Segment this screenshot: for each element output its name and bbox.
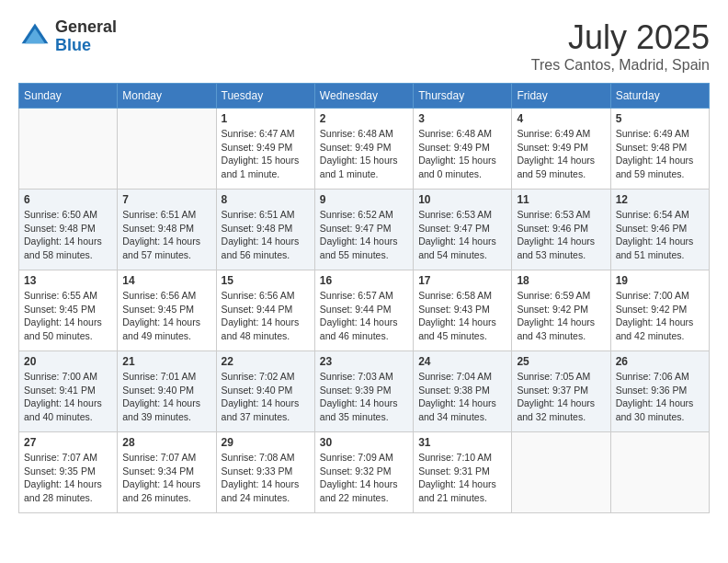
day-number: 5 (616, 112, 704, 125)
day-number: 10 (418, 193, 506, 206)
day-number: 20 (24, 355, 112, 368)
day-info: Sunrise: 7:09 AMSunset: 9:32 PMDaylight:… (320, 451, 408, 505)
calendar-cell (118, 109, 216, 190)
calendar-cell: 25Sunrise: 7:05 AMSunset: 9:37 PMDayligh… (512, 351, 610, 432)
weekday-header-row: SundayMondayTuesdayWednesdayThursdayFrid… (19, 84, 710, 109)
weekday-header: Thursday (414, 84, 512, 109)
calendar-cell: 17Sunrise: 6:58 AMSunset: 9:43 PMDayligh… (414, 270, 512, 351)
calendar-cell: 15Sunrise: 6:56 AMSunset: 9:44 PMDayligh… (216, 270, 314, 351)
title-block: July 2025 Tres Cantos, Madrid, Spain (531, 18, 710, 74)
day-number: 30 (320, 436, 408, 449)
day-info: Sunrise: 6:56 AMSunset: 9:45 PMDaylight:… (122, 289, 210, 343)
calendar-cell (610, 432, 709, 513)
calendar-cell: 12Sunrise: 6:54 AMSunset: 9:46 PMDayligh… (610, 190, 709, 270)
day-number: 19 (616, 274, 704, 287)
weekday-header: Saturday (610, 84, 709, 109)
calendar-week-row: 6Sunrise: 6:50 AMSunset: 9:48 PMDaylight… (19, 190, 710, 270)
calendar-cell: 4Sunrise: 6:49 AMSunset: 9:49 PMDaylight… (512, 109, 610, 190)
calendar-cell: 23Sunrise: 7:03 AMSunset: 9:39 PMDayligh… (314, 351, 413, 432)
day-number: 18 (517, 274, 605, 287)
calendar-week-row: 13Sunrise: 6:55 AMSunset: 9:45 PMDayligh… (19, 270, 710, 351)
calendar-cell: 21Sunrise: 7:01 AMSunset: 9:40 PMDayligh… (118, 351, 216, 432)
day-number: 25 (517, 355, 605, 368)
weekday-header: Friday (512, 84, 610, 109)
calendar-cell: 11Sunrise: 6:53 AMSunset: 9:46 PMDayligh… (512, 190, 610, 270)
logo: General Blue (18, 18, 117, 55)
day-number: 26 (616, 355, 704, 368)
day-info: Sunrise: 6:49 AMSunset: 9:49 PMDaylight:… (517, 127, 605, 181)
day-info: Sunrise: 6:53 AMSunset: 9:46 PMDaylight:… (517, 208, 605, 262)
day-number: 11 (517, 193, 605, 206)
calendar-cell: 8Sunrise: 6:51 AMSunset: 9:48 PMDaylight… (216, 190, 314, 270)
day-number: 16 (320, 274, 408, 287)
day-info: Sunrise: 7:02 AMSunset: 9:40 PMDaylight:… (222, 370, 310, 424)
logo-icon (18, 20, 51, 53)
day-info: Sunrise: 6:48 AMSunset: 9:49 PMDaylight:… (320, 127, 408, 181)
location-title: Tres Cantos, Madrid, Spain (531, 57, 710, 74)
calendar-cell: 20Sunrise: 7:00 AMSunset: 9:41 PMDayligh… (19, 351, 118, 432)
calendar-week-row: 20Sunrise: 7:00 AMSunset: 9:41 PMDayligh… (19, 351, 710, 432)
day-info: Sunrise: 7:10 AMSunset: 9:31 PMDaylight:… (418, 451, 506, 505)
calendar-week-row: 1Sunrise: 6:47 AMSunset: 9:49 PMDaylight… (19, 109, 710, 190)
day-number: 3 (418, 112, 506, 125)
calendar-cell: 28Sunrise: 7:07 AMSunset: 9:34 PMDayligh… (118, 432, 216, 513)
calendar-cell: 24Sunrise: 7:04 AMSunset: 9:38 PMDayligh… (414, 351, 512, 432)
calendar-cell: 3Sunrise: 6:48 AMSunset: 9:49 PMDaylight… (414, 109, 512, 190)
logo-text: General Blue (55, 18, 117, 55)
calendar-cell: 22Sunrise: 7:02 AMSunset: 9:40 PMDayligh… (216, 351, 314, 432)
calendar-cell: 16Sunrise: 6:57 AMSunset: 9:44 PMDayligh… (314, 270, 413, 351)
day-info: Sunrise: 6:47 AMSunset: 9:49 PMDaylight:… (222, 127, 310, 181)
calendar-cell: 5Sunrise: 6:49 AMSunset: 9:48 PMDaylight… (610, 109, 709, 190)
day-number: 1 (222, 112, 310, 125)
day-number: 8 (222, 193, 310, 206)
day-number: 4 (517, 112, 605, 125)
calendar-table: SundayMondayTuesdayWednesdayThursdayFrid… (18, 83, 710, 513)
day-number: 28 (122, 436, 210, 449)
calendar-cell: 19Sunrise: 7:00 AMSunset: 9:42 PMDayligh… (610, 270, 709, 351)
calendar-cell: 27Sunrise: 7:07 AMSunset: 9:35 PMDayligh… (19, 432, 118, 513)
day-info: Sunrise: 7:00 AMSunset: 9:42 PMDaylight:… (616, 289, 704, 343)
calendar-cell: 31Sunrise: 7:10 AMSunset: 9:31 PMDayligh… (414, 432, 512, 513)
day-info: Sunrise: 6:56 AMSunset: 9:44 PMDaylight:… (222, 289, 310, 343)
day-info: Sunrise: 7:03 AMSunset: 9:39 PMDaylight:… (320, 370, 408, 424)
day-info: Sunrise: 7:06 AMSunset: 9:36 PMDaylight:… (616, 370, 704, 424)
calendar-cell (19, 109, 118, 190)
calendar-cell: 29Sunrise: 7:08 AMSunset: 9:33 PMDayligh… (216, 432, 314, 513)
calendar-cell: 9Sunrise: 6:52 AMSunset: 9:47 PMDaylight… (314, 190, 413, 270)
weekday-header: Monday (118, 84, 216, 109)
day-number: 7 (122, 193, 210, 206)
calendar-cell: 13Sunrise: 6:55 AMSunset: 9:45 PMDayligh… (19, 270, 118, 351)
month-title: July 2025 (531, 18, 710, 57)
day-info: Sunrise: 6:53 AMSunset: 9:47 PMDaylight:… (418, 208, 506, 262)
calendar-cell: 30Sunrise: 7:09 AMSunset: 9:32 PMDayligh… (314, 432, 413, 513)
calendar-week-row: 27Sunrise: 7:07 AMSunset: 9:35 PMDayligh… (19, 432, 710, 513)
day-info: Sunrise: 7:07 AMSunset: 9:35 PMDaylight:… (24, 451, 112, 505)
calendar-cell: 18Sunrise: 6:59 AMSunset: 9:42 PMDayligh… (512, 270, 610, 351)
day-info: Sunrise: 7:07 AMSunset: 9:34 PMDaylight:… (122, 451, 210, 505)
calendar-cell (512, 432, 610, 513)
day-info: Sunrise: 7:04 AMSunset: 9:38 PMDaylight:… (418, 370, 506, 424)
weekday-header: Tuesday (216, 84, 314, 109)
day-number: 12 (616, 193, 704, 206)
day-number: 29 (222, 436, 310, 449)
day-info: Sunrise: 6:51 AMSunset: 9:48 PMDaylight:… (122, 208, 210, 262)
day-number: 27 (24, 436, 112, 449)
day-number: 14 (122, 274, 210, 287)
day-number: 17 (418, 274, 506, 287)
day-number: 2 (320, 112, 408, 125)
day-number: 13 (24, 274, 112, 287)
day-number: 15 (222, 274, 310, 287)
page-header: General Blue July 2025 Tres Cantos, Madr… (18, 18, 710, 74)
calendar-cell: 1Sunrise: 6:47 AMSunset: 9:49 PMDaylight… (216, 109, 314, 190)
calendar-cell: 7Sunrise: 6:51 AMSunset: 9:48 PMDaylight… (118, 190, 216, 270)
day-info: Sunrise: 6:55 AMSunset: 9:45 PMDaylight:… (24, 289, 112, 343)
day-info: Sunrise: 6:49 AMSunset: 9:48 PMDaylight:… (616, 127, 704, 181)
calendar-cell: 14Sunrise: 6:56 AMSunset: 9:45 PMDayligh… (118, 270, 216, 351)
day-info: Sunrise: 6:57 AMSunset: 9:44 PMDaylight:… (320, 289, 408, 343)
day-info: Sunrise: 7:08 AMSunset: 9:33 PMDaylight:… (222, 451, 310, 505)
day-info: Sunrise: 6:54 AMSunset: 9:46 PMDaylight:… (616, 208, 704, 262)
weekday-header: Sunday (19, 84, 118, 109)
day-number: 22 (222, 355, 310, 368)
day-number: 21 (122, 355, 210, 368)
day-number: 23 (320, 355, 408, 368)
